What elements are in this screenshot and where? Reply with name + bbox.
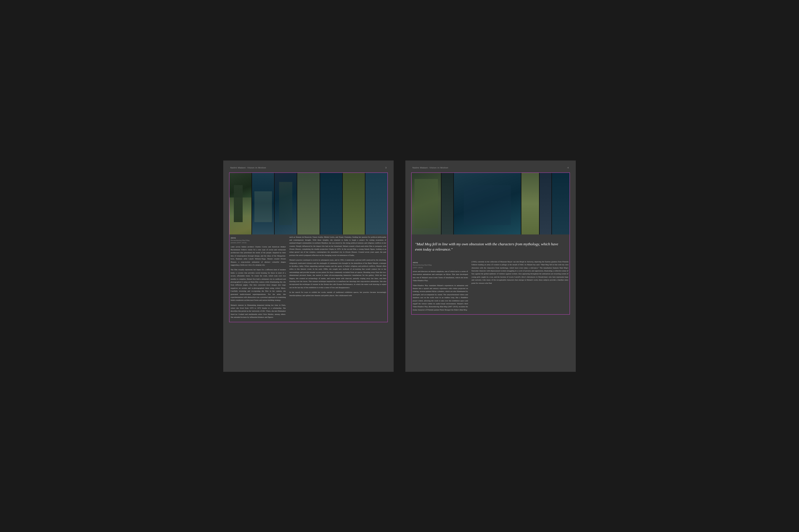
- img-panel-3: [297, 173, 319, 234]
- page-4-content: "Mad Meg fell in line with my own obsess…: [411, 173, 570, 315]
- page-3-title: Nalini Malani: Vision in Motion: [230, 166, 266, 169]
- right-img-3: [454, 173, 521, 234]
- page-4-col-left: ABOVE Remembering Mad Meg(2007–2019) act…: [412, 259, 470, 314]
- page-4-col-right: (1563), currently in the collection of M…: [470, 259, 569, 314]
- pages-container: Nalini Malani: Vision in Motion 3: [206, 143, 593, 390]
- page-3-col-right: such as Simone de Beauvoir, Yasser Arafa…: [288, 234, 387, 322]
- page-3-col-left: ABOVE Remembering Mad Meg(detail) (2007–…: [230, 234, 288, 322]
- page-3-number: 3: [385, 166, 386, 169]
- img-panel-tall: [275, 173, 297, 234]
- page-4-number: 4: [567, 166, 569, 169]
- page-4-quote-block: "Mad Meg fell in line with my own obsess…: [412, 237, 569, 257]
- page-4: Nalini Malani: Vision in Motion 4: [405, 160, 576, 372]
- page-4-title: Nalini Malani: Vision in Motion: [413, 166, 448, 169]
- img-panel-4: [320, 173, 342, 234]
- img-panel-6: [365, 173, 387, 234]
- page-3-image-strip: [230, 173, 387, 234]
- right-img-2: [441, 173, 453, 234]
- page-3-header: Nalini Malani: Vision in Motion 3: [229, 166, 388, 169]
- page-4-body-col2: (1563), currently in the collection of M…: [471, 260, 568, 285]
- right-img-6: [552, 173, 569, 234]
- img-panel-5: [343, 173, 365, 234]
- page-4-image-strip: [412, 173, 569, 234]
- page-3-caption: ABOVE Remembering Mad Meg(detail) (2007–…: [231, 235, 286, 245]
- page-3-body: ABOVE Remembering Mad Meg(detail) (2007–…: [230, 234, 387, 322]
- img-panel-2: [252, 173, 274, 234]
- page-4-body-col1: actors and directors on theatre adaption…: [413, 270, 468, 311]
- img-panel-room: [230, 173, 252, 234]
- page-4-quote-text: "Mad Meg fell in line with my own obsess…: [415, 242, 566, 252]
- right-img-4: [522, 173, 539, 234]
- page-3-body-col2: such as Simone de Beauvoir, Yasser Arafa…: [289, 235, 386, 297]
- page-3-content: ABOVE Remembering Mad Meg(detail) (2007–…: [229, 173, 388, 322]
- page-4-caption: ABOVE Remembering Mad Meg(2007–2019): [413, 260, 468, 270]
- right-img-5: [540, 173, 551, 234]
- page-4-header: Nalini Malani: Vision in Motion 4: [411, 166, 570, 169]
- page-3: Nalini Malani: Vision in Motion 3: [223, 160, 394, 372]
- page-3-body-col1: came across Indian architect Charles Cor…: [231, 245, 286, 319]
- page-4-body: ABOVE Remembering Mad Meg(2007–2019) act…: [412, 259, 569, 314]
- right-img-1: [412, 173, 441, 234]
